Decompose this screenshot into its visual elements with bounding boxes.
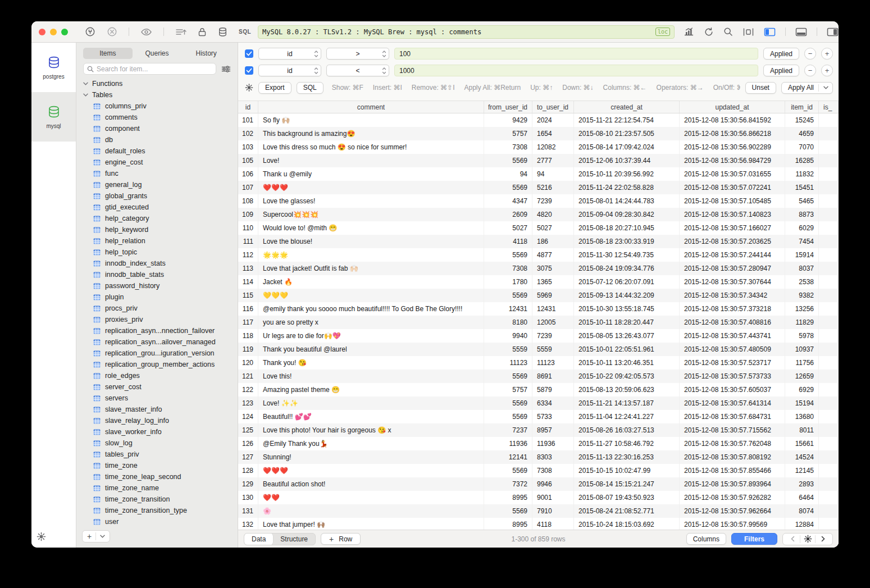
table-cell[interactable]: 5559 <box>484 343 532 356</box>
table-cell[interactable]: 2015-08-24 21:08:52.771 <box>574 504 680 518</box>
table-cell[interactable]: 5569 <box>484 181 532 194</box>
table-row[interactable]: 113Love that jacket! Outfit is fab 🙌🏻730… <box>238 262 839 275</box>
table-cell[interactable]: 2015-11-24 22:02:58.828 <box>574 181 680 194</box>
table-cell[interactable]: 2893 <box>785 477 819 491</box>
table-row[interactable]: 122Amazing pastel theme 😁575758792015-08… <box>238 383 839 396</box>
table-cell[interactable]: 6334 <box>532 396 574 410</box>
apply-all-button[interactable]: Apply All <box>781 82 833 94</box>
applied-button[interactable]: Applied <box>763 48 799 60</box>
table-cell[interactable]: 10937 <box>785 343 819 356</box>
toggle-left-panel-icon[interactable] <box>764 28 776 37</box>
table-cell[interactable]: 2015-08-01 14:24:44.783 <box>574 194 680 208</box>
sidebar-table-item[interactable]: help_relation <box>76 235 238 247</box>
table-cell[interactable]: 119 <box>238 343 258 356</box>
sidebar-table-item[interactable]: default_roles <box>76 145 238 157</box>
columns-button[interactable]: Columns <box>686 533 726 545</box>
table-cell[interactable]: 2015-12-08 15:30:57.715562 <box>680 423 785 437</box>
table-row[interactable]: 111Love the blouse!41181862015-08-18 23:… <box>238 235 839 248</box>
table-cell[interactable]: Would love to! @mith 😁 <box>258 221 484 235</box>
table-cell[interactable]: 11936 <box>484 437 532 450</box>
table-cell[interactable]: 7910 <box>532 504 574 518</box>
table-cell[interactable] <box>819 316 839 329</box>
table-cell[interactable]: Jacket 🔥 <box>258 275 484 289</box>
table-row[interactable]: 131🌸556979102015-08-24 21:08:52.7712015-… <box>238 504 839 518</box>
table-cell[interactable]: 2015-11-27 10:58:46.792 <box>574 437 680 450</box>
table-cell[interactable]: 15661 <box>785 437 819 450</box>
table-cell[interactable]: 2015-12-08 15:30:57.307644 <box>680 275 785 289</box>
table-cell[interactable]: 2015-12-08 15:30:57.244144 <box>680 248 785 262</box>
table-cell[interactable] <box>819 450 839 464</box>
table-cell[interactable]: Amazing pastel theme 😁 <box>258 383 484 396</box>
table-cell[interactable]: 15451 <box>785 181 819 194</box>
table-cell[interactable]: 9001 <box>532 491 574 504</box>
sidebar-table-item[interactable]: replication_asyn...nnection_failover <box>76 325 238 336</box>
table-cell[interactable]: 9429 <box>484 113 532 127</box>
table-cell[interactable]: 5559 <box>532 343 574 356</box>
table-cell[interactable]: Love that jacket! Outfit is fab 🙌🏻 <box>258 262 484 275</box>
column-header-to-user-id[interactable]: to_user_id <box>532 101 574 113</box>
export-button[interactable]: Export <box>258 82 291 94</box>
table-cell[interactable]: 131 <box>238 504 258 518</box>
table-cell[interactable]: 5569 <box>484 370 532 383</box>
table-cell[interactable]: 8303 <box>532 450 574 464</box>
toggle-bottom-panel-icon[interactable] <box>795 28 807 37</box>
table-row[interactable]: 117you are so pretty x8180120052015-10-1… <box>238 316 839 329</box>
table-cell[interactable] <box>819 248 839 262</box>
table-cell[interactable]: 11123 <box>484 356 532 370</box>
filter-value-input[interactable]: 100 <box>394 48 758 60</box>
table-row[interactable]: 112🌟🌟🌟556948772015-11-30 12:54:49.735201… <box>238 248 839 262</box>
table-cell[interactable]: 110 <box>238 221 258 235</box>
sidebar-table-item[interactable]: slow_log <box>76 437 238 449</box>
table-cell[interactable]: 2015-12-08 15:30:57.762048 <box>680 437 785 450</box>
table-cell[interactable] <box>819 140 839 154</box>
sidebar-group-functions[interactable]: Functions <box>76 78 238 89</box>
table-row[interactable]: 116@emily thank you soooo much beautiful… <box>238 302 839 316</box>
table-cell[interactable]: 11832 <box>785 167 819 181</box>
table-cell[interactable]: 115 <box>238 289 258 302</box>
table-cell[interactable] <box>819 262 839 275</box>
table-row[interactable]: 119Thank you beautiful @laurel5559555920… <box>238 343 839 356</box>
column-header-id[interactable]: id <box>238 101 258 113</box>
sidebar-table-item[interactable]: server_cost <box>76 381 238 393</box>
table-cell[interactable]: 8180 <box>484 316 532 329</box>
table-cell[interactable]: 5027 <box>532 221 574 235</box>
table-cell[interactable]: 2015-12-08 15:30:57.140823 <box>680 208 785 221</box>
table-cell[interactable]: 7239 <box>532 329 574 343</box>
table-cell[interactable]: 2015-12-08 15:30:57.443741 <box>680 329 785 343</box>
sidebar-table-item[interactable]: servers <box>76 393 238 404</box>
table-cell[interactable]: you are so pretty x <box>258 316 484 329</box>
table-cell[interactable] <box>819 329 839 343</box>
table-cell[interactable]: 5969 <box>532 289 574 302</box>
column-header-comment[interactable]: comment <box>258 101 484 113</box>
table-cell[interactable]: 108 <box>238 194 258 208</box>
table-row[interactable]: 105Love!556927772015-12-06 10:37:39.4420… <box>238 154 839 167</box>
table-row[interactable]: 114Jacket 🔥178013652015-07-12 06:20:07.0… <box>238 275 839 289</box>
sidebar-table-item[interactable]: replication_grou...iguration_version <box>76 348 238 359</box>
table-cell[interactable]: 5569 <box>484 289 532 302</box>
table-cell[interactable]: Stunning! <box>258 450 484 464</box>
table-cell[interactable]: 120 <box>238 356 258 370</box>
table-cell[interactable]: 2777 <box>532 154 574 167</box>
table-cell[interactable]: 122 <box>238 383 258 396</box>
table-cell[interactable]: 2015-08-14 15:15:21.247 <box>574 477 680 491</box>
table-cell[interactable]: Supercool💥💥💥 <box>258 208 484 221</box>
table-cell[interactable]: ❤️❤️ <box>258 491 484 504</box>
zoom-window-button[interactable] <box>61 29 68 35</box>
table-cell[interactable]: 1654 <box>532 127 574 140</box>
table-cell[interactable]: 4877 <box>532 248 574 262</box>
table-cell[interactable]: 5978 <box>785 329 819 343</box>
table-cell[interactable]: 6929 <box>785 383 819 396</box>
table-row[interactable]: 102This background is amazing😍5757165420… <box>238 127 839 140</box>
table-cell[interactable]: 2015-12-08 15:30:56.984729 <box>680 154 785 167</box>
sidebar-table-item[interactable]: columns_priv <box>76 101 238 112</box>
table-cell[interactable]: 4659 <box>785 127 819 140</box>
filter-operator-select[interactable]: > <box>326 48 389 60</box>
sidebar-table-item[interactable]: role_edges <box>76 370 238 381</box>
table-cell[interactable]: 2015-08-18 23:00:33.919 <box>574 235 680 248</box>
table-cell[interactable]: 2015-12-08 15:30:57.605037 <box>680 383 785 396</box>
table-cell[interactable]: 8995 <box>484 491 532 504</box>
table-cell[interactable] <box>819 504 839 518</box>
tab-queries[interactable]: Queries <box>133 48 182 59</box>
table-cell[interactable] <box>819 208 839 221</box>
filter-operator-select[interactable]: < <box>326 65 389 76</box>
